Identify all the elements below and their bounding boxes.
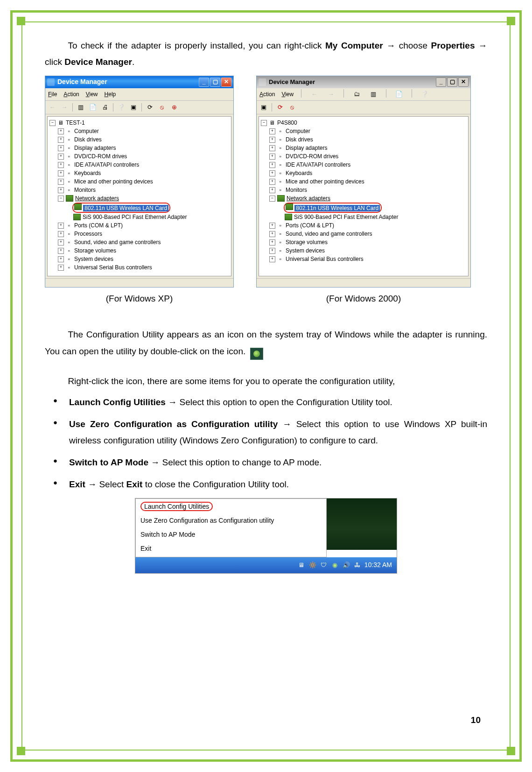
menu-file[interactable]: File — [48, 89, 57, 99]
expander-plus-icon[interactable]: + — [269, 256, 275, 262]
tree-item-wireless-card[interactable]: 802.11n USB Wireless LAN Card — [66, 203, 229, 213]
tree-root[interactable]: − 🖥 TEST-1 — [49, 119, 229, 127]
expander-plus-icon[interactable]: + — [58, 154, 64, 160]
expander-plus-icon[interactable]: + — [269, 248, 275, 254]
tree-item[interactable]: +▫Keyboards — [58, 169, 229, 177]
expander-plus-icon[interactable]: + — [269, 231, 275, 237]
tree-item[interactable]: +▫Universal Serial Bus controllers — [58, 263, 229, 272]
back-icon[interactable]: ← — [309, 89, 319, 99]
expander-plus-icon[interactable]: + — [269, 137, 275, 143]
expander-plus-icon[interactable]: + — [269, 187, 275, 193]
grid-icon[interactable]: ▥ — [76, 102, 86, 112]
tree-item-network-adapters[interactable]: − Network adapters — [58, 194, 229, 203]
tray-icon[interactable]: 🖧 — [353, 561, 362, 569]
disable-icon[interactable]: ⦸ — [157, 102, 167, 112]
tree-item[interactable]: +▫Disk drives — [269, 135, 466, 144]
menu-help[interactable]: Help — [105, 89, 116, 99]
expander-plus-icon[interactable]: + — [58, 187, 64, 193]
expander-minus-icon[interactable]: − — [49, 120, 56, 126]
close-button[interactable]: ✕ — [458, 77, 469, 87]
expander-plus-icon[interactable]: + — [58, 179, 64, 185]
tree-item[interactable]: +▫Keyboards — [269, 169, 466, 177]
tree-item[interactable]: +▫Universal Serial Bus controllers — [269, 255, 466, 263]
menu-view[interactable]: View — [281, 89, 294, 99]
help-icon[interactable]: ❔ — [420, 89, 430, 99]
tree-item[interactable]: +▫DVD/CD-ROM drives — [58, 152, 229, 161]
tree-item[interactable]: +▫Mice and other pointing devices — [269, 177, 466, 186]
expander-plus-icon[interactable]: + — [58, 137, 64, 143]
help-icon[interactable]: ❔ — [116, 102, 126, 112]
expander-plus-icon[interactable]: + — [58, 248, 64, 254]
minimize-button[interactable]: _ — [199, 77, 209, 87]
expander-plus-icon[interactable]: + — [269, 162, 275, 168]
tree-item[interactable]: +▫Computer — [269, 127, 466, 135]
tree-item[interactable]: +▫Sound, video and game controllers — [269, 230, 466, 238]
forward-icon[interactable]: → — [326, 89, 336, 99]
expander-plus-icon[interactable]: + — [58, 128, 64, 134]
tray-icon[interactable]: 🔆 — [308, 561, 317, 569]
expander-minus-icon[interactable]: − — [269, 196, 275, 202]
grid-icon[interactable]: ▥ — [368, 89, 378, 99]
close-button[interactable]: ✕ — [221, 77, 231, 87]
maximize-button[interactable]: ▢ — [447, 77, 457, 87]
menu-action[interactable]: Action — [63, 89, 79, 99]
tree-item[interactable]: +▫Computer — [58, 127, 229, 135]
expander-plus-icon[interactable]: + — [269, 145, 275, 151]
expander-plus-icon[interactable]: + — [58, 231, 64, 237]
maximize-button[interactable]: ▢ — [210, 77, 220, 87]
expander-minus-icon[interactable]: − — [58, 196, 64, 202]
expander-plus-icon[interactable]: + — [58, 162, 64, 168]
tree-item[interactable]: +▫Mice and other pointing devices — [58, 177, 229, 186]
tray-icon[interactable]: 🖥 — [297, 561, 306, 569]
tree-item[interactable]: +▫Monitors — [269, 186, 466, 194]
tree-item[interactable]: +▫Monitors — [58, 186, 229, 194]
tray-icon[interactable]: 🛡 — [320, 561, 328, 569]
scan-icon[interactable]: ⟳ — [275, 102, 285, 112]
expander-plus-icon[interactable]: + — [269, 154, 275, 160]
print-icon[interactable]: 🖨 — [100, 102, 110, 112]
expander-plus-icon[interactable]: + — [58, 265, 64, 271]
expander-plus-icon[interactable]: + — [58, 256, 64, 262]
properties-icon[interactable]: 📄 — [88, 102, 98, 112]
tree-item[interactable]: +▫DVD/CD-ROM drives — [269, 152, 466, 161]
tree-item[interactable]: +▫Ports (COM & LPT) — [58, 221, 229, 230]
tree-item[interactable]: +▫Storage volumes — [269, 238, 466, 246]
tree-item-ethernet[interactable]: SiS 900-Based PCI Fast Ethernet Adapter — [278, 213, 466, 221]
tray-utility-icon[interactable]: ◉ — [331, 561, 339, 569]
tree-item[interactable]: +▫IDE ATA/ATAPI controllers — [269, 161, 466, 169]
expander-plus-icon[interactable]: + — [269, 170, 275, 176]
back-icon[interactable]: ← — [47, 102, 57, 112]
properties-icon[interactable]: 📄 — [394, 89, 404, 99]
expander-plus-icon[interactable]: + — [58, 170, 64, 176]
tree-item[interactable]: +▫Disk drives — [58, 135, 229, 144]
menu-item-exit[interactable]: Exit — [140, 543, 322, 555]
expander-plus-icon[interactable]: + — [58, 145, 64, 151]
tree-item[interactable]: +▫System devices — [269, 246, 466, 255]
uninstall-icon[interactable]: ▣ — [259, 102, 269, 112]
disable-icon[interactable]: ⦸ — [287, 102, 297, 112]
expander-plus-icon[interactable]: + — [269, 239, 275, 246]
tree-item-wireless-card[interactable]: 802.11n USB Wireless LAN Card — [278, 203, 466, 213]
tree-item[interactable]: +▫Sound, video and game controllers — [58, 238, 229, 246]
tree-item[interactable]: +▫IDE ATA/ATAPI controllers — [58, 161, 229, 169]
tree-item-network-adapters[interactable]: − Network adapters — [269, 194, 466, 203]
tree-item[interactable]: +▫System devices — [58, 255, 229, 263]
expander-plus-icon[interactable]: + — [269, 223, 275, 229]
menu-item-zero-config[interactable]: Use Zero Configuration as Configuration … — [140, 515, 322, 527]
tree-item[interactable]: +▫Ports (COM & LPT) — [269, 221, 466, 230]
minimize-button[interactable]: _ — [436, 77, 446, 87]
expander-plus-icon[interactable]: + — [58, 239, 64, 246]
menu-action[interactable]: Action — [259, 89, 275, 99]
tree-item[interactable]: +▫Processors — [58, 230, 229, 238]
expander-minus-icon[interactable]: − — [261, 120, 267, 126]
uninstall-icon[interactable]: ▣ — [128, 102, 139, 112]
expander-plus-icon[interactable]: + — [58, 223, 64, 229]
forward-icon[interactable]: → — [59, 102, 70, 112]
menu-item-ap-mode[interactable]: Switch to AP Mode — [140, 529, 322, 541]
menu-item-launch[interactable]: Launch Config Utilities — [140, 501, 322, 513]
scan-icon[interactable]: ⟳ — [145, 102, 155, 112]
tree-icon[interactable]: 🗂 — [351, 89, 362, 99]
tree-item[interactable]: +▫Storage volumes — [58, 246, 229, 255]
expander-plus-icon[interactable]: + — [269, 128, 275, 134]
tree-item-ethernet[interactable]: SiS 900-Based PCI Fast Ethernet Adapter — [66, 213, 229, 221]
